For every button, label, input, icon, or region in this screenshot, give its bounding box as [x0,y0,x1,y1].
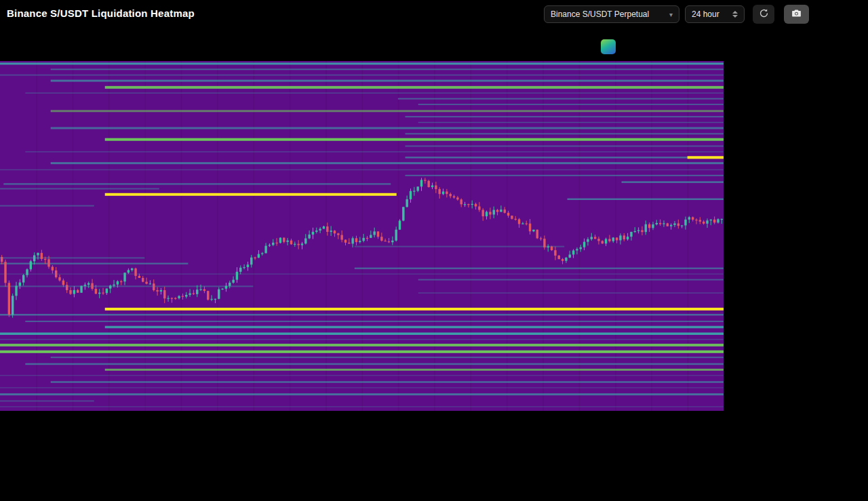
price-tick: 0.31 [0,438,868,450]
legend-item-supercharts[interactable]: Supercharts [104,24,162,36]
refresh-button[interactable] [753,5,774,24]
legend-item-liquidation-leverage[interactable]: Liquidation Leverage [0,24,104,36]
colormap-magma-button[interactable] [620,39,635,54]
liquidation-heatmap-chart[interactable] [0,61,724,411]
camera-button[interactable] [784,5,809,24]
price-axis: 0.324880.320.310.30.290.28796 [0,414,868,487]
colormap-viridis-button[interactable] [601,39,616,54]
page-title: Binance S/USDT Liquidation Heatmap [7,7,195,19]
price-tick: 0.29 [0,462,868,475]
colorbar-max-label: 120.87K [0,37,868,49]
legend-label: Supercharts [104,24,162,36]
time-tick: 02, 18:45 [0,487,868,499]
time-axis: 02, 18:4502, 20:0002, 21:1502, 22:3002, … [0,487,868,501]
colorbar-min-label: 0 [0,49,868,61]
spinner-icons [732,11,738,18]
interval-select-value: 24 hour [692,9,719,19]
price-tick: 0.32488 [0,414,868,426]
price-tick: 0.32 [0,426,868,438]
legend-label: Liquidation Leverage [0,24,101,36]
symbol-select[interactable]: Binance S/USDT Perpetual ▾ [544,5,679,23]
refresh-icon [759,8,769,20]
chart-legend: Liquidation Leverage Supercharts [0,24,868,37]
symbol-select-value: Binance S/USDT Perpetual [551,9,649,19]
chevron-down-icon: ▾ [669,11,673,18]
price-tick: 0.28796 [0,475,868,487]
camera-icon [791,7,802,21]
price-tick: 0.3 [0,450,868,462]
app-root: Binance S/USDT Liquidation Heatmap Binan… [0,0,868,501]
interval-select[interactable]: 24 hour [685,5,745,23]
